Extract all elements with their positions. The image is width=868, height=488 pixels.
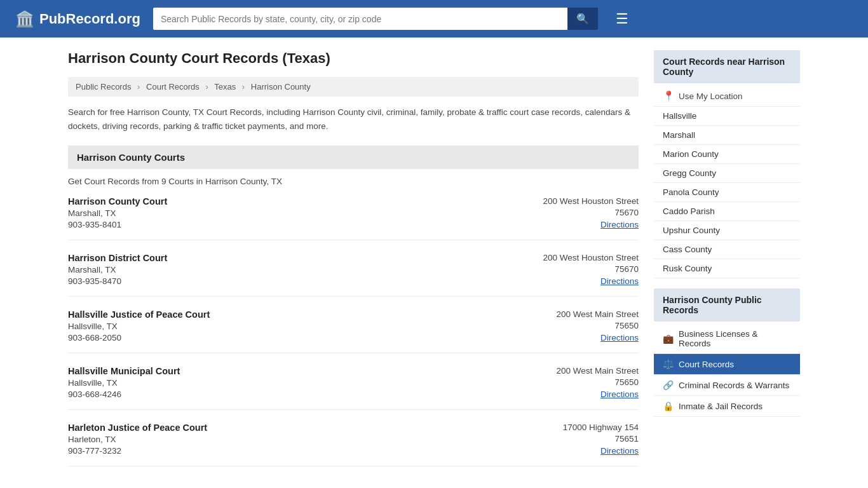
search-button[interactable]: 🔍	[567, 8, 598, 30]
breadcrumb: Public Records › Court Records › Texas ›…	[68, 77, 639, 97]
court-zip: 75670	[512, 208, 639, 217]
court-phone: 903-668-4246	[68, 390, 512, 399]
directions-link[interactable]: Directions	[600, 220, 639, 229]
court-entry: Harleton Justice of Peace Court Harleton…	[68, 423, 639, 466]
court-city: Harleton, TX	[68, 435, 512, 444]
content-area: Harrison County Court Records (Texas) Pu…	[68, 50, 639, 479]
sidebar-nearby-item[interactable]: Marshall	[654, 126, 800, 145]
sidebar-nearby-list: 📍 Use My Location HallsvilleMarshallMari…	[654, 86, 800, 278]
sidebar-record-item[interactable]: ⚖️Court Records	[654, 354, 800, 375]
court-name: Harleton Justice of Peace Court	[68, 423, 512, 433]
court-name: Harrison District Court	[68, 253, 512, 263]
court-entry: Harrison County Court Marshall, TX 903-9…	[68, 196, 639, 240]
directions-link[interactable]: Directions	[600, 276, 639, 286]
court-city: Marshall, TX	[68, 265, 512, 274]
breadcrumb-harrison-county: Harrison County	[251, 82, 311, 92]
sidebar-use-location[interactable]: 📍 Use My Location	[654, 86, 800, 107]
sidebar-nearby-item[interactable]: Panola County	[654, 183, 800, 202]
directions-link[interactable]: Directions	[600, 446, 639, 456]
court-info: Hallsville Justice of Peace Court Hallsv…	[68, 309, 512, 342]
court-street: 200 West Main Street	[512, 309, 639, 319]
courts-list: Harrison County Court Marshall, TX 903-9…	[68, 196, 639, 466]
breadcrumb-public-records[interactable]: Public Records	[76, 82, 131, 92]
location-pin-icon: 📍	[663, 90, 675, 102]
courts-subtitle: Get Court Records from 9 Courts in Harri…	[68, 177, 639, 186]
court-address: 200 West Main Street 75650 Directions	[512, 366, 639, 399]
court-name: Hallsville Justice of Peace Court	[68, 309, 512, 320]
sidebar-record-item[interactable]: 🔗Criminal Records & Warrants	[654, 375, 800, 396]
main-container: Harrison County Court Records (Texas) Pu…	[53, 37, 815, 488]
court-zip: 75650	[512, 377, 639, 387]
sidebar-records-list: 💼Business Licenses & Records⚖️Court Reco…	[654, 324, 800, 417]
record-label: Inmate & Jail Records	[679, 402, 763, 411]
search-area: 🔍	[153, 8, 598, 30]
sidebar-public-records-header: Harrison County Public Records	[654, 288, 800, 322]
breadcrumb-sep-2: ›	[205, 82, 208, 92]
record-icon: 💼	[663, 334, 674, 344]
court-address: 200 West Main Street 75650 Directions	[512, 309, 639, 342]
court-street: 200 West Houston Street	[512, 253, 639, 262]
breadcrumb-sep-3: ›	[242, 82, 245, 92]
courts-section-header: Harrison County Courts	[68, 146, 639, 169]
record-icon: ⚖️	[663, 359, 674, 369]
court-name: Harrison County Court	[68, 196, 512, 207]
site-logo[interactable]: 🏛️ PubRecord.org	[15, 10, 140, 28]
sidebar-nearby-item[interactable]: Hallsville	[654, 107, 800, 126]
court-zip: 75650	[512, 321, 639, 330]
directions-link[interactable]: Directions	[600, 390, 639, 399]
court-phone: 903-668-2050	[68, 333, 512, 342]
record-icon: 🔗	[663, 380, 674, 390]
record-label: Criminal Records & Warrants	[679, 381, 789, 390]
court-address: 17000 Highway 154 75651 Directions	[512, 423, 639, 456]
logo-text: PubRecord.org	[39, 11, 140, 27]
sidebar-nearby-item[interactable]: Upshur County	[654, 221, 800, 240]
court-address: 200 West Houston Street 75670 Directions	[512, 196, 639, 229]
sidebar-nearby-header: Court Records near Harrison County	[654, 50, 800, 83]
record-label: Court Records	[679, 360, 734, 369]
court-zip: 75670	[512, 264, 639, 274]
court-zip: 75651	[512, 434, 639, 444]
court-info: Harleton Justice of Peace Court Harleton…	[68, 423, 512, 456]
record-icon: 🔒	[663, 401, 674, 411]
sidebar-nearby-item[interactable]: Gregg County	[654, 164, 800, 183]
sidebar-nearby-item[interactable]: Marion County	[654, 145, 800, 164]
court-entry: Hallsville Justice of Peace Court Hallsv…	[68, 309, 639, 353]
record-label: Business Licenses & Records	[679, 329, 791, 348]
directions-link[interactable]: Directions	[600, 333, 639, 342]
court-street: 200 West Houston Street	[512, 196, 639, 206]
sidebar-nearby-item[interactable]: Caddo Parish	[654, 202, 800, 221]
sidebar-record-item[interactable]: 🔒Inmate & Jail Records	[654, 396, 800, 417]
sidebar-nearby-item[interactable]: Rusk County	[654, 259, 800, 278]
sidebar: Court Records near Harrison County 📍 Use…	[654, 50, 800, 479]
court-entry: Harrison District Court Marshall, TX 903…	[68, 253, 639, 297]
court-phone: 903-935-8401	[68, 220, 512, 229]
breadcrumb-court-records[interactable]: Court Records	[146, 82, 200, 92]
use-location-label: Use My Location	[679, 92, 743, 101]
court-phone: 903-777-3232	[68, 446, 512, 456]
court-phone: 903-935-8470	[68, 276, 512, 286]
court-entry: Hallsville Municipal Court Hallsville, T…	[68, 366, 639, 410]
logo-icon: 🏛️	[15, 10, 34, 28]
court-address: 200 West Houston Street 75670 Directions	[512, 253, 639, 286]
breadcrumb-sep-1: ›	[137, 82, 140, 92]
court-street: 200 West Main Street	[512, 366, 639, 376]
sidebar-record-item[interactable]: 💼Business Licenses & Records	[654, 324, 800, 354]
page-description: Search for free Harrison County, TX Cour…	[68, 105, 639, 133]
page-title: Harrison County Court Records (Texas)	[68, 50, 639, 67]
court-info: Hallsville Municipal Court Hallsville, T…	[68, 366, 512, 399]
sidebar-nearby-item[interactable]: Cass County	[654, 240, 800, 259]
court-street: 17000 Highway 154	[512, 423, 639, 432]
breadcrumb-texas[interactable]: Texas	[214, 82, 236, 92]
search-input[interactable]	[153, 8, 567, 30]
court-info: Harrison District Court Marshall, TX 903…	[68, 253, 512, 286]
menu-icon: ☰	[616, 11, 628, 27]
court-name: Hallsville Municipal Court	[68, 366, 512, 376]
court-info: Harrison County Court Marshall, TX 903-9…	[68, 196, 512, 229]
menu-button[interactable]: ☰	[616, 12, 628, 26]
court-city: Hallsville, TX	[68, 378, 512, 388]
search-icon: 🔍	[576, 13, 589, 24]
court-city: Marshall, TX	[68, 208, 512, 218]
court-city: Hallsville, TX	[68, 322, 512, 331]
site-header: 🏛️ PubRecord.org 🔍 ☰	[0, 0, 868, 37]
